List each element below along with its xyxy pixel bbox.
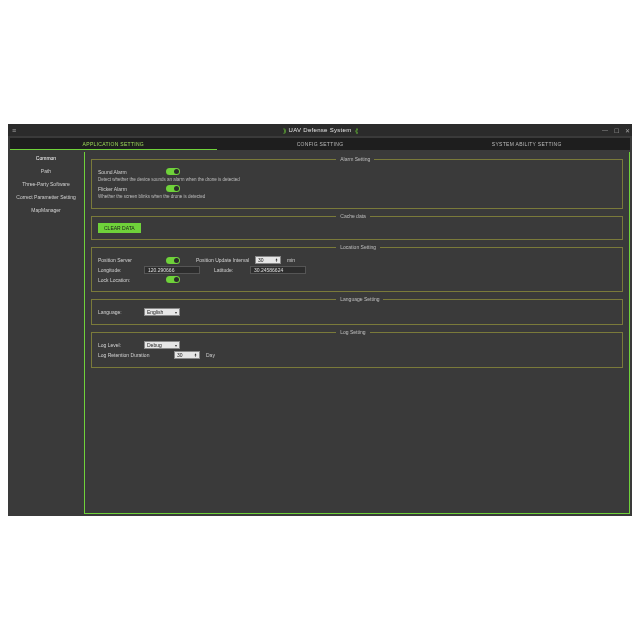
label-position-update-interval: Position Update Interval <box>196 257 249 263</box>
group-title-alarm: Alarm Setting <box>336 156 374 162</box>
tab-application-setting[interactable]: APPLICATION SETTING <box>10 138 217 150</box>
label-lock-location: Lock Location: <box>98 277 160 283</box>
stepper-arrows-icon: ▲▼ <box>194 353 197 357</box>
label-flicker-alarm: Flicker Alarm <box>98 186 160 192</box>
sidebar-item-three-party-software[interactable]: Three-Party Software <box>10 178 82 190</box>
main-tabs: APPLICATION SETTING CONFIG SETTING SYSTE… <box>10 138 630 150</box>
label-position-server: Position Server <box>98 257 160 263</box>
stepper-arrows-icon: ▲▼ <box>275 258 278 262</box>
sidebar: Common Path Three-Party Software Correct… <box>10 152 82 514</box>
sidebar-item-mapmanager[interactable]: MapManager <box>10 204 82 216</box>
title-chevron-right-icon: ⟨⟨ <box>355 127 357 134</box>
log-level-select-value: Debug <box>147 342 162 348</box>
label-log-retention: Log Retention Duration <box>98 352 168 358</box>
label-sound-alarm: Sound Alarm <box>98 169 160 175</box>
log-level-select[interactable]: Debug ▾ <box>144 341 180 349</box>
group-cache-data: Cache data CLEAR DATA <box>91 213 623 240</box>
toggle-sound-alarm[interactable] <box>166 168 180 175</box>
sidebar-item-common[interactable]: Common <box>10 152 82 164</box>
sidebar-item-path[interactable]: Path <box>10 165 82 177</box>
language-select-value: English <box>147 309 163 315</box>
minimize-button[interactable]: — <box>602 127 608 133</box>
label-longitude: Longitude: <box>98 267 138 273</box>
tab-system-ability-setting[interactable]: SYSTEM ABILITY SETTING <box>423 138 630 150</box>
group-location-setting: Location Setting Position Server Positio… <box>91 244 623 292</box>
toggle-position-server[interactable] <box>166 257 180 264</box>
unit-min: min <box>287 257 295 263</box>
group-language-setting: Language Setting Language: English ▾ <box>91 296 623 325</box>
group-title-location: Location Setting <box>336 244 380 250</box>
longitude-input[interactable] <box>144 266 200 274</box>
clear-data-button[interactable]: CLEAR DATA <box>98 223 141 233</box>
window-title: UAV Defense System <box>289 127 352 133</box>
position-update-interval-value: 30 <box>258 257 264 263</box>
chevron-down-icon: ▾ <box>175 310 177 315</box>
close-button[interactable]: ✕ <box>625 127 630 134</box>
label-latitude: Latitude: <box>214 267 244 273</box>
sidebar-item-correct-parametter-setting[interactable]: Correct Parametter Setting <box>10 191 82 203</box>
hamburger-icon[interactable]: ≡ <box>12 127 16 134</box>
desc-sound-alarm: Detect whether the device sounds an alar… <box>98 177 616 182</box>
app-window: ≡ ⟩⟩ UAV Defense System ⟨⟨ — ☐ ✕ APPLICA… <box>8 124 632 516</box>
title-wrap: ⟩⟩ UAV Defense System ⟨⟨ <box>283 127 358 134</box>
maximize-button[interactable]: ☐ <box>614 127 619 134</box>
label-language: Language: <box>98 309 138 315</box>
log-retention-stepper[interactable]: 30 ▲▼ <box>174 351 200 359</box>
content-pane: Alarm Setting Sound Alarm Detect whether… <box>84 152 630 514</box>
latitude-input[interactable] <box>250 266 306 274</box>
log-retention-value: 30 <box>177 352 183 358</box>
toggle-lock-location[interactable] <box>166 276 180 283</box>
label-log-level: Log Level: <box>98 342 138 348</box>
chevron-down-icon: ▾ <box>175 343 177 348</box>
title-chevron-left-icon: ⟩⟩ <box>283 127 285 134</box>
language-select[interactable]: English ▾ <box>144 308 180 316</box>
group-title-language: Language Setting <box>336 296 383 302</box>
group-log-setting: Log Setting Log Level: Debug ▾ Log Reten… <box>91 329 623 368</box>
group-alarm-setting: Alarm Setting Sound Alarm Detect whether… <box>91 156 623 209</box>
group-title-cache: Cache data <box>336 213 370 219</box>
group-title-log: Log Setting <box>336 329 369 335</box>
position-update-interval-stepper[interactable]: 30 ▲▼ <box>255 256 281 264</box>
unit-day: Day <box>206 352 215 358</box>
tab-config-setting[interactable]: CONFIG SETTING <box>217 138 424 150</box>
titlebar: ≡ ⟩⟩ UAV Defense System ⟨⟨ — ☐ ✕ <box>8 124 632 136</box>
desc-flicker-alarm: Whether the screen blinks when the drone… <box>98 194 616 199</box>
toggle-flicker-alarm[interactable] <box>166 185 180 192</box>
